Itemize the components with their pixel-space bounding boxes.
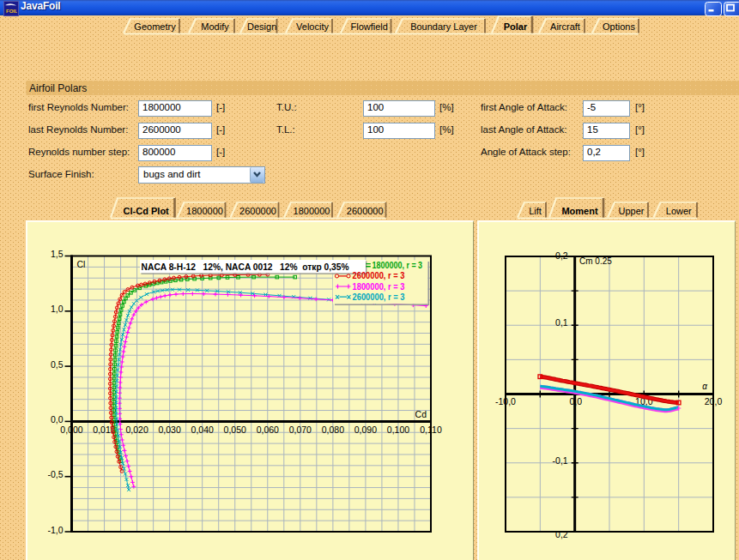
svg-text:Cl-Cd Plot: Cl-Cd Plot: [124, 206, 169, 216]
svg-text:0,020: 0,020: [125, 425, 148, 435]
svg-text:1,5: 1,5: [51, 249, 64, 259]
svg-text:Moment: Moment: [561, 206, 598, 216]
svg-text:Modify: Modify: [201, 21, 229, 32]
svg-text:2600000: 2600000: [347, 206, 384, 216]
svg-text:FOIL: FOIL: [6, 9, 17, 14]
svg-text:Options: Options: [603, 21, 635, 32]
svg-text:-1,0: -1,0: [47, 525, 63, 535]
svg-text:0,2: 0,2: [555, 250, 568, 261]
svg-text:1800000, r = 3: 1800000, r = 3: [373, 261, 423, 270]
svg-text:Geometry: Geometry: [134, 21, 176, 32]
svg-text:-0,5: -0,5: [47, 469, 63, 479]
svg-text:0,030: 0,030: [158, 425, 180, 435]
svg-text:20,0: 20,0: [705, 396, 723, 406]
svg-text:Cd: Cd: [415, 409, 427, 419]
svg-text:-10,0: -10,0: [495, 396, 516, 406]
svg-text:1800000: 1800000: [186, 206, 223, 216]
svg-text:0,050: 0,050: [224, 425, 246, 435]
svg-text:0,060: 0,060: [257, 425, 279, 435]
svg-text:Design: Design: [247, 21, 276, 32]
svg-text:0,090: 0,090: [354, 425, 377, 435]
svg-text:1,0: 1,0: [51, 304, 64, 314]
svg-text:Aircraft: Aircraft: [550, 21, 580, 32]
svg-text:Velocity: Velocity: [296, 21, 329, 32]
svg-text:0,040: 0,040: [191, 425, 214, 435]
svg-text:0,070: 0,070: [289, 425, 312, 435]
svg-text:0,5: 0,5: [51, 359, 64, 370]
svg-text:-0,1: -0,1: [553, 455, 568, 466]
svg-text:0,0: 0,0: [569, 396, 582, 406]
svg-text:NACA 8-H-12 12%, NACA 0012: NACA 8-H-12 12%, NACA 0012 12% откр 0,35…: [142, 262, 349, 272]
svg-text:1800000, r = 3: 1800000, r = 3: [353, 282, 405, 292]
svg-text:0,100: 0,100: [387, 425, 409, 435]
svg-text:0,080: 0,080: [322, 425, 344, 435]
svg-text:2600000, r = 3: 2600000, r = 3: [353, 271, 405, 280]
svg-text:Cl: Cl: [77, 259, 86, 269]
svg-text:Cm 0.25: Cm 0.25: [579, 256, 612, 266]
svg-text:0,0: 0,0: [51, 414, 64, 425]
svg-text:2600000, r = 3: 2600000, r = 3: [353, 292, 405, 302]
svg-text:1800000: 1800000: [294, 206, 330, 216]
svg-text:Lower: Lower: [666, 206, 692, 216]
svg-text:0,1: 0,1: [555, 317, 568, 328]
svg-text:Boundary Layer: Boundary Layer: [410, 21, 477, 32]
svg-text:Lift: Lift: [529, 206, 542, 216]
svg-text:2600000: 2600000: [239, 206, 276, 216]
svg-text:0,2: 0,2: [555, 529, 568, 539]
svg-text:Upper: Upper: [619, 206, 645, 216]
svg-text:Flowfield: Flowfield: [350, 21, 387, 32]
svg-text:α: α: [702, 382, 707, 391]
svg-text:Polar: Polar: [504, 21, 528, 32]
